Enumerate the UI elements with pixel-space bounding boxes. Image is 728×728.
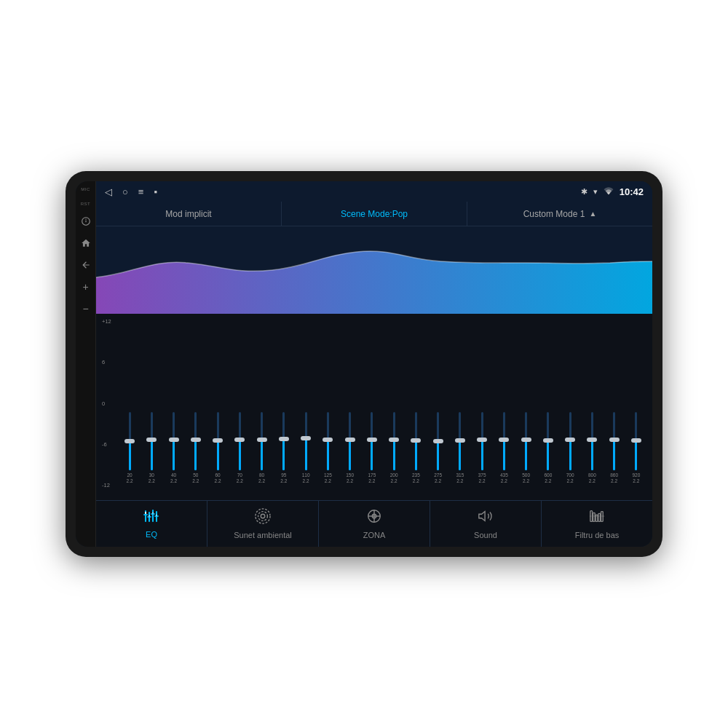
slider-handle-30[interactable] <box>146 438 157 442</box>
slider-handle-20[interactable] <box>124 439 135 443</box>
slider-col-315[interactable]: 315 2.2 <box>450 412 470 484</box>
slider-handle-600[interactable] <box>543 438 553 443</box>
slider-col-80[interactable]: 80 2.2 <box>252 412 272 484</box>
slider-label-20: 20 2.2 <box>127 472 133 484</box>
slider-track-315[interactable] <box>459 412 461 470</box>
slider-handle-125[interactable] <box>323 438 333 442</box>
slider-track-150[interactable] <box>349 412 351 470</box>
slider-track-500[interactable] <box>525 412 527 470</box>
slider-handle-500[interactable] <box>521 438 531 442</box>
slider-handle-375[interactable] <box>477 438 487 442</box>
nav-item-sound[interactable]: Sound <box>430 501 542 547</box>
side-panel: MIC RST + − <box>76 181 96 547</box>
slider-col-375[interactable]: 375 2.2 <box>472 412 492 484</box>
slider-handle-40[interactable] <box>169 438 179 442</box>
nav-item-ambient[interactable]: Sunet ambiental <box>207 501 319 547</box>
slider-col-40[interactable]: 40 2.2 <box>164 412 184 484</box>
slider-track-860[interactable] <box>613 412 615 470</box>
slider-col-95[interactable]: 95 2.2 <box>274 412 294 484</box>
slider-handle-700[interactable] <box>565 438 575 442</box>
svg-rect-21 <box>593 513 596 521</box>
slider-track-375[interactable] <box>481 412 483 470</box>
slider-track-110[interactable] <box>305 412 307 470</box>
power-button[interactable] <box>79 215 92 228</box>
slider-handle-800[interactable] <box>587 438 597 442</box>
slider-col-70[interactable]: 70 2.2 <box>229 412 250 484</box>
slider-track-200[interactable] <box>393 412 395 470</box>
slider-col-150[interactable]: 150 2.2 <box>340 412 360 484</box>
slider-handle-60[interactable] <box>213 438 223 443</box>
scale-minus6: -6 <box>102 441 111 448</box>
vol-down-button[interactable]: − <box>79 302 92 315</box>
slider-col-20[interactable]: 20 2.2 <box>119 412 140 484</box>
back-button[interactable] <box>79 258 92 272</box>
slider-col-920[interactable]: 920 2.2 <box>626 412 646 484</box>
slider-handle-150[interactable] <box>345 438 355 442</box>
nav-item-eq[interactable]: EQ <box>96 501 207 547</box>
slider-track-50[interactable] <box>194 412 197 470</box>
slider-track-175[interactable] <box>371 412 373 470</box>
slider-col-30[interactable]: 30 2.2 <box>141 412 162 484</box>
slider-track-80[interactable] <box>261 412 263 470</box>
slider-fill-50 <box>194 440 197 470</box>
slider-track-600[interactable] <box>547 412 549 470</box>
bluetooth-icon: ✱ <box>581 187 587 197</box>
slider-track-40[interactable] <box>173 412 175 470</box>
slider-handle-275[interactable] <box>433 439 443 443</box>
slider-col-800[interactable]: 800 2.2 <box>582 412 602 484</box>
slider-col-50[interactable]: 50 2.2 <box>186 412 206 484</box>
slider-col-110[interactable]: 110 2.2 <box>296 412 316 484</box>
home-nav-icon[interactable]: ○ <box>122 186 128 197</box>
slider-handle-860[interactable] <box>609 438 620 442</box>
home-button[interactable] <box>79 237 92 250</box>
vol-up-button[interactable]: + <box>79 280 92 293</box>
slider-col-235[interactable]: 235 2.2 <box>405 412 426 484</box>
slider-col-600[interactable]: 600 2.2 <box>538 412 558 484</box>
svg-point-13 <box>258 512 268 521</box>
scale-minus12: -12 <box>102 482 111 488</box>
slider-col-60[interactable]: 60 2.2 <box>207 412 228 484</box>
slider-fill-435 <box>503 440 505 470</box>
slider-track-800[interactable] <box>591 412 593 470</box>
nav-item-bass[interactable]: Filtru de bas <box>542 501 652 547</box>
slider-handle-70[interactable] <box>234 438 245 442</box>
slider-track-235[interactable] <box>415 412 417 470</box>
menu-nav-icon[interactable]: ≡ <box>138 186 144 197</box>
slider-col-860[interactable]: 860 2.2 <box>604 412 625 484</box>
device-body: MIC RST + − ◁ ○ ≡ ▪ <box>66 171 662 557</box>
slider-track-275[interactable] <box>437 412 439 470</box>
slider-track-700[interactable] <box>569 412 571 470</box>
slider-track-60[interactable] <box>217 412 219 470</box>
mode-scene[interactable]: Scene Mode:Pop <box>282 202 467 226</box>
slider-col-125[interactable]: 125 2.2 <box>317 412 338 484</box>
slider-col-700[interactable]: 700 2.2 <box>560 412 580 484</box>
slider-handle-110[interactable] <box>301 436 311 440</box>
slider-track-30[interactable] <box>151 412 153 470</box>
slider-handle-315[interactable] <box>455 438 465 443</box>
recent-nav-icon[interactable]: ▪ <box>154 186 157 197</box>
slider-handle-175[interactable] <box>367 438 377 442</box>
back-nav-icon[interactable]: ◁ <box>105 186 112 197</box>
slider-track-125[interactable] <box>327 412 329 470</box>
slider-track-95[interactable] <box>282 412 285 470</box>
slider-handle-50[interactable] <box>191 438 201 442</box>
slider-col-500[interactable]: 500 2.2 <box>516 412 537 484</box>
slider-col-200[interactable]: 200 2.2 <box>384 412 404 484</box>
slider-handle-200[interactable] <box>389 438 399 442</box>
slider-track-435[interactable] <box>503 412 505 470</box>
nav-item-zona[interactable]: ZONA <box>319 501 430 547</box>
slider-handle-80[interactable] <box>257 438 267 442</box>
slider-col-275[interactable]: 275 2.2 <box>428 412 448 484</box>
slider-handle-435[interactable] <box>499 438 509 442</box>
mode-implicit[interactable]: Mod implicit <box>96 202 282 226</box>
slider-track-70[interactable] <box>239 412 241 470</box>
mode-custom[interactable]: Custom Mode 1 ▲ <box>467 202 652 226</box>
slider-track-20[interactable] <box>129 412 131 470</box>
sound-label: Sound <box>474 531 497 539</box>
slider-handle-95[interactable] <box>279 437 289 441</box>
slider-col-175[interactable]: 175 2.2 <box>362 412 382 484</box>
slider-track-920[interactable] <box>635 412 637 470</box>
slider-handle-920[interactable] <box>631 438 641 443</box>
slider-handle-235[interactable] <box>411 438 421 443</box>
slider-col-435[interactable]: 435 2.2 <box>494 412 514 484</box>
